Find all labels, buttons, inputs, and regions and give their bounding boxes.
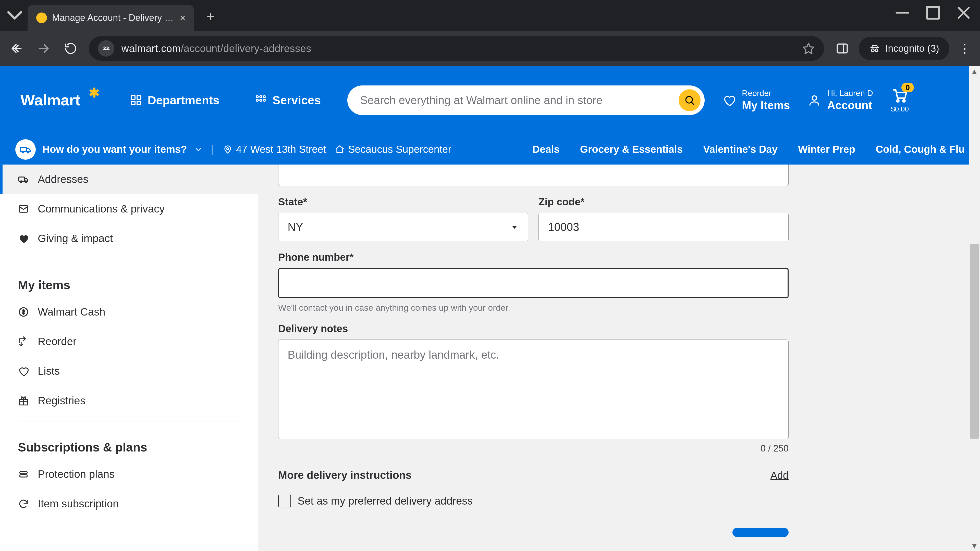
phone-label: Phone number* [278,251,789,263]
state-label: State* [278,196,528,208]
sidebar-item-label: Walmart Cash [38,306,105,318]
store-indicator[interactable]: Secaucus Supercenter [335,144,452,155]
svg-point-35 [227,148,229,149]
sidebar-item-label: Addresses [38,173,88,186]
svg-rect-1 [927,7,939,19]
svg-point-31 [903,100,905,102]
account-sidebar: Addresses Communications & privacy Givin… [0,165,258,551]
address-bar[interactable]: walmart.com/account/delivery-addresses [89,36,824,61]
phone-input[interactable] [278,268,789,298]
svg-point-23 [263,96,266,98]
delivery-van-icon [15,139,36,160]
save-button[interactable] [732,528,789,537]
reorder-small-label: Reorder [742,89,790,98]
my-items-link[interactable]: Reorder My Items [722,89,790,112]
sidebar-item-walmart-cash[interactable]: Walmart Cash [0,297,258,327]
dollar-circle-icon [18,306,29,318]
main-content: State* NY Zip code* [258,165,980,551]
city-field-bottom[interactable] [278,165,789,186]
sidebar-item-reorder[interactable]: Reorder [0,327,258,356]
subnav-link[interactable]: Grocery & Essentials [580,144,682,155]
sidebar-item-item-subscription[interactable]: Item subscription [0,489,258,519]
preferred-address-label: Set as my preferred delivery address [298,495,473,507]
delivery-notes-label: Delivery notes [278,323,789,334]
scrollbar-thumb[interactable] [970,244,979,438]
sidebar-item-registries[interactable]: Registries [0,386,258,416]
svg-line-28 [691,102,694,104]
svg-point-22 [260,96,262,98]
mail-icon [18,203,29,214]
nav-reload-button[interactable] [62,40,80,57]
refresh-icon [18,498,29,510]
browser-titlebar: Manage Account - Delivery add × + [0,0,980,30]
tab-title: Manage Account - Delivery add [52,13,175,23]
fulfillment-label: How do you want your items? [42,144,187,155]
subnav-divider: | [212,144,214,155]
scrollbar-down-arrow-icon[interactable]: ▼ [969,541,980,551]
new-tab-button[interactable]: + [200,6,221,27]
zip-input[interactable] [538,213,789,241]
delivery-address-indicator[interactable]: 47 West 13th Street [223,144,326,155]
svg-point-24 [256,99,258,101]
subnav-link[interactable]: Cold, Cough & Flu [876,144,965,155]
zip-label: Zip code* [538,196,789,208]
sidebar-section-subscriptions: Subscriptions & plans [0,427,258,459]
delivery-notes-textarea[interactable] [278,340,789,439]
departments-label: Departments [148,94,220,107]
heart-icon [18,233,29,244]
svg-point-25 [260,99,262,101]
scrollbar-up-arrow-icon[interactable]: ▲ [969,66,980,76]
sidebar-item-communications[interactable]: Communications & privacy [0,194,258,224]
sidebar-item-protection-plans[interactable]: Protection plans [0,459,258,489]
cart-total: $0.00 [891,105,909,113]
account-link[interactable]: Hi, Lauren D Account [808,89,873,112]
page-scrollbar[interactable]: ▲ ▼ [969,66,980,551]
state-value: NY [288,221,303,233]
services-label: Services [272,94,321,107]
more-instructions-add-link[interactable]: Add [770,470,789,481]
browser-menu-button[interactable]: ⋮ [957,41,972,56]
bookmark-star-button[interactable] [802,42,815,55]
departments-button[interactable]: Departments [121,87,228,114]
walmart-spark-icon [85,91,103,110]
window-maximize-button[interactable] [923,5,943,21]
services-button[interactable]: Services [246,87,329,114]
walmart-logo-link[interactable]: Walmart [21,91,103,110]
search-input[interactable] [360,94,679,106]
sidebar-item-label: Giving & impact [38,232,113,245]
window-minimize-button[interactable] [892,5,913,21]
sidebar-item-lists[interactable]: Lists [0,356,258,386]
tab-search-button[interactable] [2,3,27,28]
nav-forward-button[interactable] [35,40,52,57]
search-submit-button[interactable] [679,89,700,111]
svg-rect-44 [20,472,27,474]
delivery-notes-char-count: 0 / 250 [278,443,789,454]
svg-rect-17 [131,96,135,99]
sidebar-item-addresses[interactable]: Addresses [0,165,258,194]
site-info-button[interactable] [98,40,115,57]
side-panel-button[interactable] [833,40,851,57]
tab-close-button[interactable]: × [180,12,186,24]
svg-marker-11 [803,43,814,54]
window-close-button[interactable] [953,5,974,21]
account-label: Account [827,99,873,112]
svg-rect-19 [131,101,135,105]
fulfillment-selector[interactable]: How do you want your items? [15,139,203,160]
preferred-address-checkbox[interactable] [278,495,291,507]
nav-back-button[interactable] [8,40,25,57]
svg-rect-18 [137,96,141,99]
phone-hint: We'll contact you in case anything comes… [278,303,789,313]
reorder-icon [18,336,29,347]
subnav-link[interactable]: Valentine's Day [703,144,778,155]
truck-icon [18,174,29,185]
svg-point-30 [897,100,899,102]
svg-rect-20 [137,101,141,105]
subnav-link[interactable]: Winter Prep [798,144,855,155]
cart-button[interactable]: 0 $0.00 [891,87,909,113]
sidebar-item-giving[interactable]: Giving & impact [0,224,258,253]
subnav-link[interactable]: Deals [532,144,560,155]
incognito-indicator[interactable]: Incognito (3) [859,37,950,60]
browser-tab-active[interactable]: Manage Account - Delivery add × [27,5,194,30]
cart-count-badge: 0 [901,83,914,92]
state-select[interactable]: NY [278,213,528,241]
